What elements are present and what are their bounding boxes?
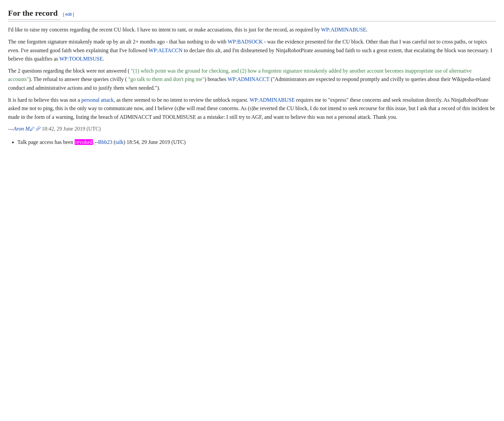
adminacct-link[interactable]: WP:ADMINACCT [228, 76, 269, 82]
signature-block: —Aron M🖊 🗪 18:42, 29 June 2019 (UTC) [8, 124, 496, 133]
edit-link[interactable]: [ edit ] [63, 11, 74, 18]
p2-start: The one forgotten signature mistakenly m… [8, 39, 228, 45]
adminabuse-link-2[interactable]: WP:ADMINABUSE [250, 97, 295, 103]
section-content: I'd like to raise my concerns regarding … [8, 25, 496, 146]
section-container: For the record [ edit ] I'd like to rais… [8, 7, 496, 147]
section-title: For the record [8, 7, 60, 20]
bullet-item-revoked: Talk page access has been revoked.--Bbb2… [17, 138, 496, 147]
sig-time: 18:42, 29 June 2019 (UTC) [40, 126, 101, 132]
paragraph-2: The one forgotten signature mistakenly m… [8, 37, 496, 63]
paragraph-1: I'd like to raise my concerns regarding … [8, 25, 496, 34]
paragraph-3: The 2 questions regarding the block were… [8, 67, 496, 92]
sig-icon2: 🗪 [36, 126, 40, 132]
bbb23-talk-link[interactable]: talk [115, 139, 123, 145]
bullet-text-before: Talk page access has been [17, 139, 75, 145]
sig-name-link[interactable]: Aron M [13, 126, 30, 132]
altaccn-link[interactable]: WP:ALTACCN [149, 48, 182, 53]
sig-dash: — [8, 126, 13, 132]
revoked-highlight: revoked [75, 139, 93, 145]
quote-link-2[interactable]: "go talk to them and don't ping me" [128, 76, 204, 82]
p1-end: . [366, 27, 367, 32]
p3-mid2: ) breaches [204, 76, 228, 82]
bullet-paren-close: ) 18:54, 29 June 2019 (UTC) [123, 139, 186, 145]
bullet-paren-open: ( [112, 139, 115, 145]
p2-final: . [103, 56, 104, 62]
p3-mid: ). The refusal to answer these queries c… [29, 76, 129, 82]
personal-attack-link[interactable]: personal attack [81, 97, 113, 103]
adminabuse-link-1[interactable]: WP:ADMINABUSE [321, 27, 366, 32]
section-heading: For the record [ edit ] [8, 7, 496, 21]
bullet-list: Talk page access has been revoked.--Bbb2… [17, 138, 496, 147]
p4-start: It is hard to believe this was not a [8, 97, 81, 103]
p4-mid: , as there seemed to be no intent to rev… [113, 97, 249, 103]
bbb23-link[interactable]: Bbb23 [98, 139, 112, 145]
sig-icon1: 🖊 [30, 126, 34, 132]
toolmisuse-link[interactable]: WP:TOOLMISUSE [59, 56, 103, 62]
p1-text: I'd like to raise my concerns regarding … [8, 27, 321, 32]
p3-start: The 2 questions regarding the block were… [8, 68, 131, 74]
paragraph-4: It is hard to believe this was not a per… [8, 96, 496, 121]
bullet-text-after: .-- [93, 139, 98, 145]
badsock-link[interactable]: WP:BADSOCK [228, 39, 263, 45]
